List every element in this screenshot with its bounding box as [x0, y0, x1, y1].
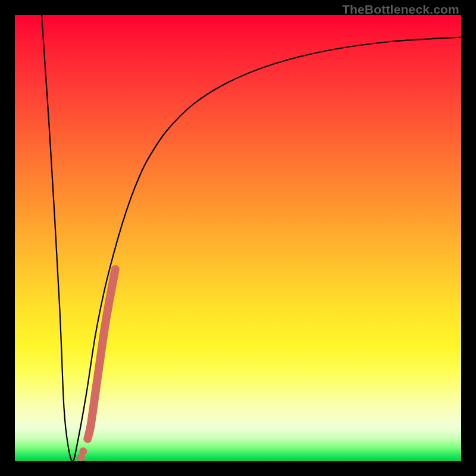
bottleneck-curve: [42, 15, 461, 461]
chart-frame: TheBottleneck.com: [0, 0, 476, 476]
highlight-dot: [79, 447, 87, 455]
highlight-dots: [77, 447, 87, 462]
plot-area: [15, 15, 461, 461]
curve-layer: [15, 15, 461, 461]
